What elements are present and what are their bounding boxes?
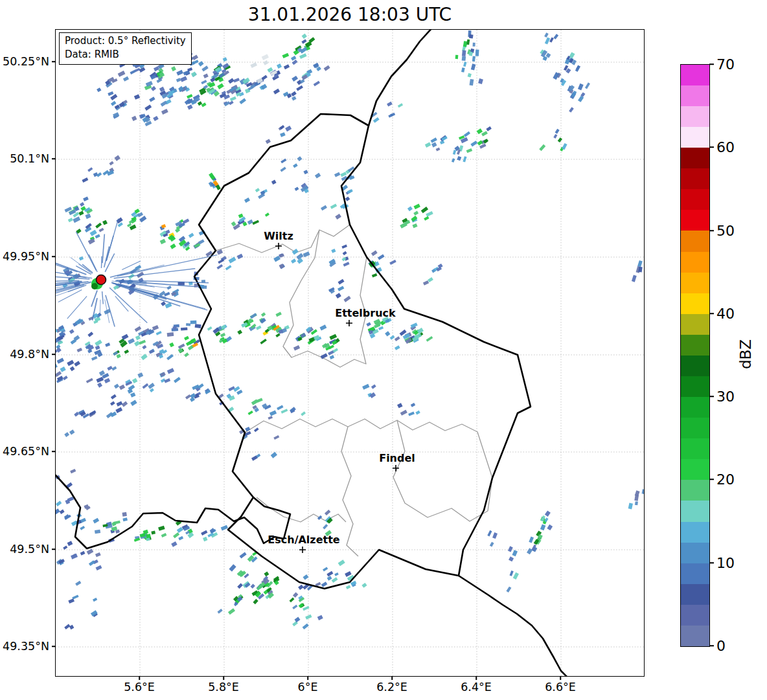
colorbar-segment	[681, 522, 709, 543]
city-label: Esch/Alzette	[268, 534, 340, 546]
y-tick-mark	[52, 61, 55, 62]
colorbar-segment	[681, 418, 709, 438]
y-tick-mark	[52, 548, 55, 550]
x-tick-mark	[475, 677, 477, 680]
colorbar-segment	[681, 210, 709, 231]
city-marker-cross	[346, 320, 352, 326]
city-marker-cross	[275, 243, 282, 249]
y-tick-label: 49.65°N	[0, 445, 49, 458]
y-tick-mark	[52, 451, 55, 452]
radar-echo-layer	[56, 30, 645, 629]
city-label: Wiltz	[264, 230, 293, 242]
country-border	[56, 475, 290, 548]
colorbar-tick-label: 50	[716, 223, 735, 239]
y-tick-label: 49.5°N	[0, 543, 49, 556]
district-border	[257, 497, 346, 522]
colorbar-tick-mark	[709, 645, 714, 646]
colorbar-tick-label: 10	[716, 555, 735, 571]
product-annotation-box: Product: 0.5° Reflectivity Data: RMIB	[59, 32, 192, 65]
map-plot-area: WiltzEttelbruckFindelEsch/Alzette Produc…	[55, 29, 645, 677]
colorbar-segment	[681, 85, 709, 106]
colorbar-segment	[681, 231, 709, 251]
y-tick-label: 49.8°N	[0, 348, 49, 361]
colorbar-segment	[681, 356, 709, 376]
colorbar-segment	[681, 480, 709, 501]
colorbar-segment	[681, 335, 709, 356]
country-border	[459, 576, 569, 677]
colorbar-tick-label: 60	[716, 139, 735, 155]
district-border	[341, 427, 358, 556]
product-label: Product: 0.5° Reflectivity	[65, 34, 186, 48]
colorbar-tick-label: 0	[716, 638, 726, 654]
x-tick-label: 6.2°E	[376, 681, 407, 694]
y-tick-label: 50.25°N	[0, 55, 49, 68]
colorbar-segment	[681, 127, 709, 148]
city-marker-cross	[299, 547, 306, 553]
district-borders-layer	[216, 225, 492, 556]
colorbar-tick-mark	[709, 313, 714, 314]
colorbar-segment	[681, 65, 709, 85]
y-tick-mark	[52, 158, 55, 159]
x-tick-label: 5.6°E	[124, 681, 155, 694]
colorbar-tick-mark	[709, 396, 714, 397]
city-label: Ettelbruck	[335, 307, 396, 319]
x-tick-label: 6°E	[298, 681, 318, 694]
city-label: Findel	[379, 452, 415, 464]
y-tick-label: 50.1°N	[0, 152, 49, 165]
colorbar-tick-label: 40	[716, 306, 735, 322]
colorbar-axis-label: dBZ	[737, 339, 754, 369]
x-tick-label: 5.8°E	[208, 681, 239, 694]
data-source-label: Data: RMIB	[65, 48, 186, 62]
colorbar-tick-mark	[709, 146, 714, 148]
colorbar-tick-mark	[709, 479, 714, 480]
country-border	[369, 30, 433, 126]
colorbar-segment	[681, 293, 709, 314]
colorbar-segment	[681, 314, 709, 335]
radar-figure: 31.01.2026 18:03 UTC WiltzEttelbruckFind…	[0, 0, 767, 700]
colorbar-segment	[681, 397, 709, 418]
colorbar-tick-label: 20	[716, 471, 735, 488]
colorbar-segment	[681, 563, 709, 584]
x-tick-label: 6.4°E	[461, 681, 492, 694]
x-tick-label: 6.6°E	[545, 681, 576, 694]
district-border	[245, 419, 492, 478]
colorbar-segment	[681, 376, 709, 397]
radar-map-canvas: WiltzEttelbruckFindelEsch/Alzette	[56, 30, 645, 677]
y-tick-mark	[52, 646, 55, 647]
colorbar-segment	[681, 189, 709, 210]
plot-title: 31.01.2026 18:03 UTC	[55, 5, 645, 25]
y-tick-label: 49.35°N	[0, 640, 49, 653]
colorbar-segment	[681, 501, 709, 521]
colorbar-segment	[681, 148, 709, 168]
colorbar-tick-mark	[709, 230, 714, 231]
x-tick-mark	[391, 677, 393, 680]
radar-site-dot	[97, 275, 106, 285]
y-tick-mark	[52, 354, 55, 355]
colorbar-segment	[681, 168, 709, 189]
colorbar-segment	[681, 106, 709, 127]
x-tick-mark	[139, 677, 140, 680]
colorbar-segment	[681, 438, 709, 459]
x-tick-mark	[307, 677, 308, 680]
colorbar-segment	[681, 543, 709, 563]
y-tick-mark	[52, 256, 55, 257]
colorbar-tick-label: 70	[716, 56, 735, 73]
y-tick-label: 49.95°N	[0, 250, 49, 263]
colorbar-tick-label: 30	[716, 389, 735, 405]
colorbar-segment	[681, 626, 709, 646]
colorbar-segment	[681, 273, 709, 293]
colorbar-segment	[681, 459, 709, 480]
x-tick-mark	[560, 677, 561, 680]
colorbar	[680, 64, 710, 647]
x-tick-mark	[223, 677, 224, 680]
colorbar-tick-mark	[709, 63, 714, 65]
colorbar-tick-mark	[709, 562, 714, 563]
district-border	[393, 420, 492, 521]
colorbar-segment	[681, 605, 709, 626]
colorbar-segment	[681, 584, 709, 605]
colorbar-segment	[681, 252, 709, 273]
